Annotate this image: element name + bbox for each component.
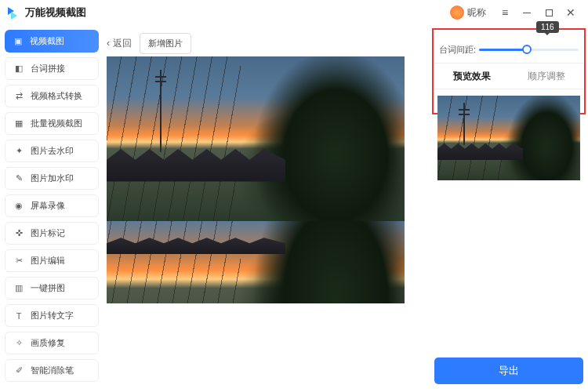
minimize-button[interactable] (516, 2, 538, 24)
right-panel: 116 台词间距: 预览效果 顺序调整 导出 (434, 30, 583, 387)
sidebar-item-image-to-text[interactable]: T图片转文字 (5, 304, 99, 327)
app-logo-icon (6, 5, 20, 20)
enhance-icon: ✧ (13, 338, 24, 349)
sidebar-item-label: 图片标记 (31, 227, 65, 239)
sidebar-item-image-edit[interactable]: ✂图片编辑 (5, 249, 99, 272)
sidebar-item-label: 图片去水印 (31, 145, 74, 157)
mark-icon: ✜ (13, 228, 24, 239)
sidebar: ▣视频截图 ◧台词拼接 ⇄视频格式转换 ▦批量视频截图 ✦图片去水印 ✎图片加水… (5, 30, 99, 387)
remove-watermark-icon: ✦ (13, 146, 24, 157)
back-button[interactable]: ‹返回 (107, 37, 132, 50)
sidebar-item-label: 屏幕录像 (31, 200, 65, 212)
sidebar-item-batch-screenshot[interactable]: ▦批量视频截图 (5, 112, 99, 135)
close-button[interactable]: ✕ (560, 2, 582, 24)
sidebar-item-smart-eraser[interactable]: ✐智能消除笔 (5, 359, 99, 382)
record-icon: ◉ (13, 201, 24, 212)
sidebar-item-subtitle-splice[interactable]: ◧台词拼接 (5, 57, 99, 80)
preview-thumbnail[interactable] (437, 96, 580, 180)
erase-icon: ✐ (13, 365, 24, 376)
stacked-frame[interactable] (107, 56, 405, 221)
export-button[interactable]: 导出 (434, 358, 583, 384)
sidebar-item-label: 批量视频截图 (31, 118, 82, 129)
maximize-button[interactable] (538, 2, 560, 24)
canvas-area (103, 56, 430, 387)
sidebar-item-label: 图片编辑 (31, 255, 65, 267)
sidebar-item-format-convert[interactable]: ⇄视频格式转换 (5, 85, 99, 107)
right-tabs: 预览效果 顺序调整 (434, 63, 583, 89)
convert-icon: ⇄ (13, 91, 24, 102)
sidebar-item-quality-repair[interactable]: ✧画质修复 (5, 332, 99, 354)
sidebar-item-label: 一键拼图 (31, 282, 65, 294)
minimize-icon (523, 13, 531, 13)
spacing-slider-row: 116 台词间距: (434, 30, 583, 63)
sidebar-item-image-mark[interactable]: ✜图片标记 (5, 222, 99, 245)
avatar-icon (450, 5, 464, 20)
preview-area (434, 89, 583, 187)
sidebar-item-remove-watermark[interactable]: ✦图片去水印 (5, 140, 99, 162)
sidebar-item-label: 画质修复 (31, 337, 65, 349)
spacing-slider[interactable] (479, 49, 579, 51)
nickname-label: 昵称 (467, 6, 486, 20)
slider-value-tooltip: 116 (536, 21, 559, 33)
user-chip[interactable]: 昵称 (450, 5, 486, 20)
add-watermark-icon: ✎ (13, 173, 24, 184)
sidebar-item-video-screenshot[interactable]: ▣视频截图 (5, 30, 99, 53)
ocr-icon: T (13, 310, 24, 321)
tab-preview[interactable]: 预览效果 (434, 64, 509, 89)
maximize-icon (546, 9, 553, 16)
sidebar-item-label: 台词拼接 (31, 63, 65, 74)
sidebar-item-screen-record[interactable]: ◉屏幕录像 (5, 194, 99, 217)
sidebar-item-label: 智能消除笔 (31, 365, 74, 376)
add-image-button[interactable]: 新增图片 (140, 33, 191, 54)
batch-icon: ▦ (13, 118, 24, 129)
sidebar-item-one-click-puzzle[interactable]: ▥一键拼图 (5, 277, 99, 299)
chevron-left-icon: ‹ (107, 38, 110, 49)
slider-thumb[interactable] (522, 45, 532, 54)
stacked-frame[interactable] (107, 221, 405, 303)
main-panel: ‹返回 新增图片 (103, 30, 430, 387)
back-label: 返回 (113, 37, 132, 50)
tab-order[interactable]: 顺序调整 (509, 64, 583, 89)
puzzle-icon: ▥ (13, 283, 24, 294)
sidebar-item-label: 图片转文字 (31, 310, 74, 321)
sidebar-item-label: 视频格式转换 (31, 90, 82, 102)
video-cut-icon: ▣ (13, 36, 24, 47)
app-title: 万能视频截图 (25, 5, 86, 20)
edit-icon: ✂ (13, 256, 24, 267)
sidebar-item-label: 视频截图 (30, 35, 64, 47)
menu-button[interactable]: ≡ (494, 2, 516, 24)
sidebar-item-add-watermark[interactable]: ✎图片加水印 (5, 167, 99, 190)
splice-icon: ◧ (13, 64, 24, 74)
image-stack[interactable] (107, 56, 405, 303)
spacing-label: 台词间距: (439, 44, 476, 56)
title-bar: 万能视频截图 昵称 ≡ ✕ (0, 0, 588, 25)
sidebar-item-label: 图片加水印 (31, 172, 74, 184)
